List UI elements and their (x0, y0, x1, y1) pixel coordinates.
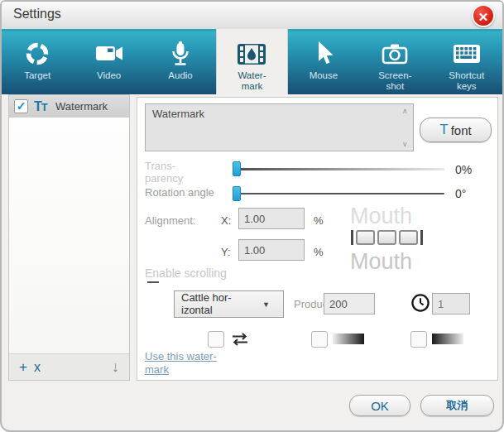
preview-box (399, 230, 418, 245)
transparency-slider-thumb[interactable] (233, 161, 241, 176)
watermark-preview-top: Mouth (350, 204, 412, 229)
transparency-label: Trans- parency (145, 161, 183, 185)
move-down-button[interactable]: ↓ (112, 358, 119, 376)
tab-label: Water- mark (238, 70, 266, 92)
preview-box (356, 230, 375, 245)
rotation-value: 0° (455, 187, 466, 200)
alignment-label: Alignment: (145, 214, 195, 227)
rotation-angle-label: Rotation angle (145, 186, 214, 199)
scroll-direction-value: Cattle hor- izontal (181, 292, 262, 316)
y-unit: % (314, 246, 324, 258)
microphone-icon (170, 40, 191, 68)
enable-scrolling-label: Enable scrolling (145, 266, 227, 280)
tab-label: Mouse (310, 70, 338, 81)
tab-label: Shortcut keys (449, 70, 484, 92)
add-watermark-button[interactable]: + (19, 359, 27, 376)
tab-label: Screen- shot (378, 70, 411, 92)
tab-mouse[interactable]: Mouse (288, 31, 359, 94)
watermark-item-label: Watermark (55, 100, 108, 113)
chevron-down-icon: ▼ (262, 300, 270, 309)
scroll-up-icon[interactable]: ∧ (402, 107, 408, 115)
transparency-slider-track[interactable] (235, 168, 444, 170)
dialog-title: Settings (13, 7, 61, 22)
use-this-watermark-link[interactable]: Use this water- mark (145, 350, 217, 377)
scroll-direction-dropdown[interactable]: Cattle hor- izontal ▼ (174, 290, 284, 318)
x-label: X: (221, 214, 231, 227)
enable-scrolling-mark (147, 281, 159, 283)
rotation-slider-track[interactable] (235, 193, 444, 194)
title-bar: Settings ✕ (2, 2, 502, 29)
tab-screenshot[interactable]: Screen- shot (359, 31, 430, 94)
clock-icon (410, 293, 430, 316)
settings-dialog: Settings ✕ Target Video (0, 0, 504, 432)
fade-in-gradient-icon (333, 334, 364, 344)
tab-shortcut-keys[interactable]: Shortcut keys (431, 31, 502, 94)
font-button-label: font (451, 123, 472, 137)
settings-toolbar: Target Video A (2, 31, 502, 94)
sidebar-bottom-bar: + x ↓ (9, 353, 129, 380)
tab-audio[interactable]: Audio (145, 31, 216, 94)
preview-bar-left (351, 230, 353, 245)
tab-video[interactable]: Video (73, 31, 144, 94)
text-watermark-icon: TT (34, 99, 54, 114)
delete-watermark-button[interactable]: x (34, 360, 41, 375)
film-watermark-icon (237, 40, 266, 68)
transparency-value: 0% (455, 163, 472, 176)
watermark-enabled-checkbox[interactable]: ✓ (14, 99, 28, 113)
y-label: Y: (221, 246, 231, 258)
keyboard-icon (453, 40, 481, 68)
watermark-list-item[interactable]: ✓ TT Watermark (9, 95, 129, 118)
alignment-x-input[interactable] (238, 208, 305, 229)
product-input[interactable] (324, 293, 375, 314)
video-camera-icon (94, 40, 124, 68)
watermark-preview-bottom: Mouth (350, 249, 412, 275)
alignment-preview-boxes (351, 230, 423, 245)
tab-label: Audio (168, 70, 192, 81)
tab-label: Video (97, 70, 121, 81)
repeat-icon (230, 332, 250, 350)
interval-input[interactable] (432, 293, 470, 314)
x-unit: % (314, 214, 324, 227)
font-button-t: T (439, 122, 448, 138)
close-icon: ✕ (478, 10, 489, 24)
fade-out-gradient-icon (432, 334, 463, 344)
tab-watermark[interactable]: Water- mark (216, 29, 287, 94)
preview-bar-right (420, 230, 423, 245)
alignment-y-input[interactable] (238, 239, 305, 261)
ok-button[interactable]: OK (349, 395, 410, 416)
watermark-text-input[interactable]: Watermark (145, 103, 414, 151)
tab-label: Target (24, 70, 50, 81)
fade-out-checkbox[interactable] (410, 331, 427, 348)
camera-icon (382, 40, 408, 68)
cancel-button[interactable]: 取消 (420, 395, 494, 416)
font-button[interactable]: T font (420, 118, 492, 142)
watermark-settings-panel: Watermark ∧ ∨ T font Trans- parency 0% R… (137, 97, 498, 381)
scroll-down-icon[interactable]: ∨ (402, 140, 408, 148)
close-button[interactable]: ✕ (472, 4, 495, 27)
rotation-slider-thumb[interactable] (233, 186, 241, 201)
fade-in-checkbox[interactable] (311, 331, 328, 348)
loop-checkbox[interactable] (208, 331, 224, 348)
tab-target[interactable]: Target (2, 31, 73, 94)
check-icon: ✓ (17, 99, 26, 113)
watermark-list-sidebar: ✓ TT Watermark + x ↓ (8, 94, 130, 381)
preview-box (377, 230, 396, 245)
cursor-icon (313, 40, 334, 68)
textarea-scrollbar[interactable]: ∧ ∨ (401, 105, 412, 150)
target-icon (24, 40, 50, 68)
